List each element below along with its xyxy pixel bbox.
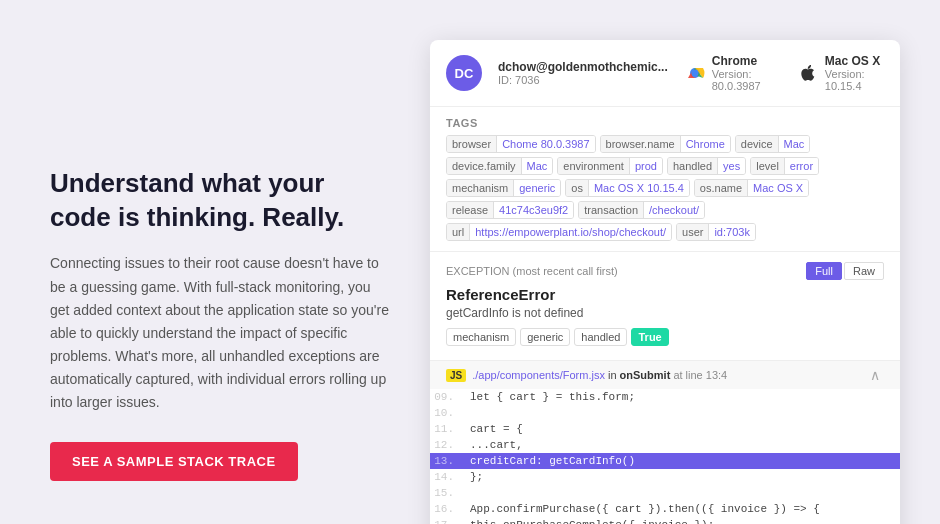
code-line: 10. bbox=[430, 405, 900, 421]
cta-button[interactable]: SEE A SAMPLE STACK TRACE bbox=[50, 442, 298, 481]
tags-grid: browserChome 80.0.3987browser.nameChrome… bbox=[446, 135, 884, 241]
tag-key: level bbox=[751, 158, 785, 174]
js-badge: JS bbox=[446, 369, 466, 382]
tag-val: generic bbox=[514, 180, 560, 196]
user-email: dchow@goldenmothchemic... bbox=[498, 60, 668, 74]
tag-key: url bbox=[447, 224, 470, 240]
tag-val: https://empowerplant.io/shop/checkout/ bbox=[470, 224, 671, 240]
os-details: Mac OS X Version: 10.15.4 bbox=[825, 54, 884, 92]
exception-header: EXCEPTION (most recent call first) Full … bbox=[446, 262, 884, 280]
tags-label: TAGS bbox=[446, 117, 884, 129]
error-type: ReferenceError bbox=[446, 286, 884, 303]
apple-icon bbox=[797, 62, 819, 84]
browser-info: Chrome Version: 80.0.3987 bbox=[684, 54, 781, 92]
mechanism-tags: mechanismgenerichandledTrue bbox=[446, 328, 884, 346]
tag-val: yes bbox=[718, 158, 745, 174]
tag-val: Mac OS X bbox=[748, 180, 808, 196]
code-content: this.onPurchaseComplete({ invoice }); bbox=[470, 519, 714, 524]
code-line: 13. creditCard: getCardInfo() bbox=[430, 453, 900, 469]
tag-key: device.family bbox=[447, 158, 522, 174]
method-name: onSubmit bbox=[620, 369, 671, 381]
full-btn[interactable]: Full bbox=[806, 262, 842, 280]
code-line: 12. ...cart, bbox=[430, 437, 900, 453]
tag-item: browser.nameChrome bbox=[600, 135, 731, 153]
left-panel: Understand what your code is thinking. R… bbox=[50, 167, 390, 481]
tag-key: user bbox=[677, 224, 709, 240]
frame-path: ./app/components/Form.jsx in onSubmit at… bbox=[472, 369, 866, 381]
browser-details: Chrome Version: 80.0.3987 bbox=[712, 54, 781, 92]
exception-label: EXCEPTION (most recent call first) bbox=[446, 265, 618, 277]
tag-val: 41c74c3eu9f2 bbox=[494, 202, 573, 218]
tag-val: Mac bbox=[522, 158, 553, 174]
mechanism-tag: generic bbox=[520, 328, 570, 346]
line-number: 10. bbox=[430, 407, 470, 419]
tag-val: Chome 80.0.3987 bbox=[497, 136, 594, 152]
tag-item: deviceMac bbox=[735, 135, 811, 153]
body-text: Connecting issues to their root cause do… bbox=[50, 252, 390, 414]
tag-item: handledyes bbox=[667, 157, 746, 175]
expand-btn[interactable]: ∧ bbox=[866, 367, 884, 383]
code-line: 14. }; bbox=[430, 469, 900, 485]
line-number: 16. bbox=[430, 503, 470, 515]
code-content: ...cart, bbox=[470, 439, 523, 451]
tag-key: os bbox=[566, 180, 589, 196]
tags-section: TAGS browserChome 80.0.3987browser.nameC… bbox=[430, 107, 900, 252]
tag-item: mechanismgeneric bbox=[446, 179, 561, 197]
tag-key: transaction bbox=[579, 202, 644, 218]
code-content: cart = { bbox=[470, 423, 523, 435]
tag-item: device.familyMac bbox=[446, 157, 553, 175]
stack-section: JS./app/components/Form.jsx in onSubmit … bbox=[430, 360, 900, 524]
handled-tag: True bbox=[631, 328, 668, 346]
tag-val: Mac bbox=[779, 136, 810, 152]
tag-val: prod bbox=[630, 158, 662, 174]
line-number: 12. bbox=[430, 439, 470, 451]
line-number: 11. bbox=[430, 423, 470, 435]
line-info: at line 13:4 bbox=[673, 369, 727, 381]
tag-val: Mac OS X 10.15.4 bbox=[589, 180, 689, 196]
tag-item: urlhttps://empowerplant.io/shop/checkout… bbox=[446, 223, 672, 241]
tag-item: release41c74c3eu9f2 bbox=[446, 201, 574, 219]
file-name: ./app/components/Form.jsx bbox=[472, 369, 605, 381]
code-line: 16. App.confirmPurchase({ cart }).then((… bbox=[430, 501, 900, 517]
heading: Understand what your code is thinking. R… bbox=[50, 167, 390, 235]
tag-key: browser.name bbox=[601, 136, 681, 152]
code-line: 17. this.onPurchaseComplete({ invoice })… bbox=[430, 517, 900, 524]
error-card: DC dchow@goldenmothchemic... ID: 7036 bbox=[430, 40, 900, 524]
code-content: let { cart } = this.form; bbox=[470, 391, 635, 403]
raw-btn[interactable]: Raw bbox=[844, 262, 884, 280]
page-container: Understand what your code is thinking. R… bbox=[0, 0, 940, 524]
tag-val: Chrome bbox=[681, 136, 730, 152]
exception-btns: Full Raw bbox=[806, 262, 884, 280]
code-content: }; bbox=[470, 471, 483, 483]
code-line: 09. let { cart } = this.form; bbox=[430, 389, 900, 405]
error-msg: getCardInfo is not defined bbox=[446, 306, 884, 320]
os-info: Mac OS X Version: 10.15.4 bbox=[797, 54, 884, 92]
tag-key: environment bbox=[558, 158, 630, 174]
tag-item: levelerror bbox=[750, 157, 819, 175]
mechanism-tag: mechanism bbox=[446, 328, 516, 346]
code-line: 11. cart = { bbox=[430, 421, 900, 437]
line-number: 14. bbox=[430, 471, 470, 483]
card-header: DC dchow@goldenmothchemic... ID: 7036 bbox=[430, 40, 900, 107]
tag-val: error bbox=[785, 158, 818, 174]
line-number: 13. bbox=[430, 455, 470, 467]
exception-section: EXCEPTION (most recent call first) Full … bbox=[430, 252, 900, 352]
svg-point-2 bbox=[691, 70, 698, 77]
stack-frame-header[interactable]: JS./app/components/Form.jsx in onSubmit … bbox=[430, 361, 900, 389]
tag-val: id:703k bbox=[709, 224, 754, 240]
avatar: DC bbox=[446, 55, 482, 91]
tag-key: mechanism bbox=[447, 180, 514, 196]
code-content: creditCard: getCardInfo() bbox=[470, 455, 635, 467]
tag-key: release bbox=[447, 202, 494, 218]
tag-key: os.name bbox=[695, 180, 748, 196]
chrome-icon bbox=[684, 62, 706, 84]
user-id: ID: 7036 bbox=[498, 74, 668, 86]
tag-val: /checkout/ bbox=[644, 202, 704, 218]
tag-key: browser bbox=[447, 136, 497, 152]
tag-item: browserChome 80.0.3987 bbox=[446, 135, 596, 153]
code-content: App.confirmPurchase({ cart }).then(({ in… bbox=[470, 503, 820, 515]
user-info: dchow@goldenmothchemic... ID: 7036 bbox=[498, 60, 668, 86]
tag-item: osMac OS X 10.15.4 bbox=[565, 179, 690, 197]
code-block: 09. let { cart } = this.form;10.11. cart… bbox=[430, 389, 900, 524]
stack-frame: JS./app/components/Form.jsx in onSubmit … bbox=[430, 361, 900, 524]
